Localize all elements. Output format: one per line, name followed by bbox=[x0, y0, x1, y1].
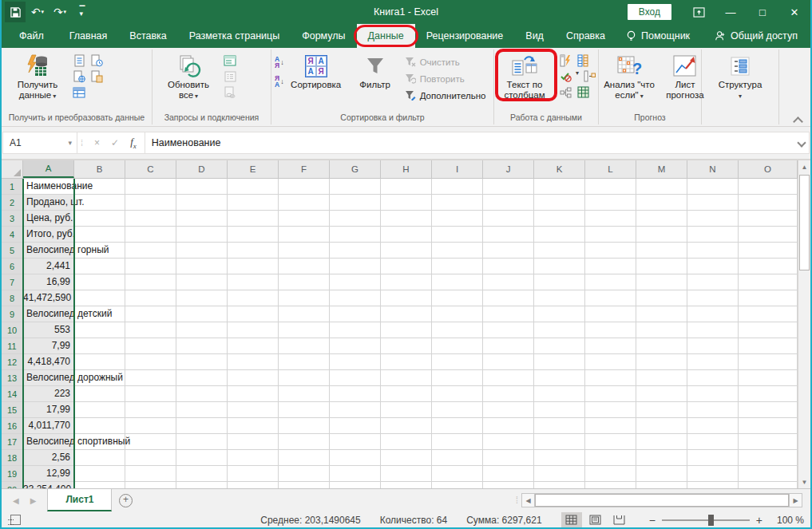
cell-A8[interactable]: 41,472,590 bbox=[23, 290, 74, 306]
cell-F10[interactable] bbox=[279, 322, 330, 338]
sign-in-button[interactable]: Вход bbox=[628, 4, 671, 20]
cell-H3[interactable] bbox=[381, 211, 432, 227]
cell-I2[interactable] bbox=[432, 195, 483, 211]
cell-H18[interactable] bbox=[381, 450, 432, 466]
cell-O13[interactable] bbox=[739, 370, 798, 386]
cell-J15[interactable] bbox=[483, 402, 534, 418]
cell-N5[interactable] bbox=[687, 243, 739, 259]
cell-J11[interactable] bbox=[483, 338, 534, 354]
sort-descending-button[interactable]: ЯА↓ bbox=[275, 75, 284, 88]
cell-A6[interactable]: 2,441 bbox=[23, 259, 74, 274]
cell-O17[interactable] bbox=[739, 434, 798, 450]
recent-sources-icon[interactable] bbox=[89, 53, 104, 67]
cell-E3[interactable] bbox=[228, 211, 279, 227]
cell-L15[interactable] bbox=[585, 402, 636, 418]
cell-C11[interactable] bbox=[125, 338, 176, 354]
cell-G1[interactable] bbox=[330, 179, 381, 195]
new-sheet-button[interactable]: + bbox=[112, 489, 139, 511]
cell-G2[interactable] bbox=[330, 195, 381, 211]
minimize-button[interactable]: — bbox=[715, 0, 747, 24]
cell-E9[interactable] bbox=[228, 306, 279, 322]
cell-G6[interactable] bbox=[330, 259, 381, 274]
cell-G9[interactable] bbox=[330, 306, 381, 322]
cell-L8[interactable] bbox=[585, 290, 636, 306]
cell-E6[interactable] bbox=[228, 259, 279, 274]
cell-D12[interactable] bbox=[176, 354, 228, 370]
vertical-scrollbar[interactable]: ▲ ▼ bbox=[798, 160, 810, 488]
cell-C7[interactable] bbox=[125, 274, 176, 290]
cell-H10[interactable] bbox=[381, 322, 432, 338]
maximize-button[interactable]: □ bbox=[747, 0, 778, 24]
cell-G5[interactable] bbox=[330, 243, 381, 259]
cell-D11[interactable] bbox=[176, 338, 228, 354]
cell-D19[interactable] bbox=[176, 466, 228, 482]
cell-J20[interactable] bbox=[483, 482, 534, 488]
cell-N3[interactable] bbox=[687, 211, 739, 227]
cell-K17[interactable] bbox=[534, 434, 585, 450]
cell-I7[interactable] bbox=[432, 274, 483, 290]
row-header-17[interactable]: 17 bbox=[2, 434, 23, 450]
cell-L3[interactable] bbox=[585, 211, 636, 227]
cell-N9[interactable] bbox=[687, 306, 739, 322]
cell-E19[interactable] bbox=[228, 466, 279, 482]
cell-B4[interactable] bbox=[74, 227, 125, 243]
scroll-up-button[interactable]: ▲ bbox=[798, 160, 810, 173]
cell-B19[interactable] bbox=[74, 466, 125, 482]
cell-B18[interactable] bbox=[74, 450, 125, 466]
cell-M16[interactable] bbox=[636, 418, 687, 434]
cell-A4[interactable]: Итого, руб. bbox=[23, 227, 74, 243]
cell-D18[interactable] bbox=[176, 450, 228, 466]
cell-E11[interactable] bbox=[228, 338, 279, 354]
cell-J2[interactable] bbox=[483, 195, 534, 211]
undo-dropdown-icon[interactable]: ▾ bbox=[42, 9, 45, 15]
reapply-filter-button[interactable]: Повторить bbox=[404, 71, 486, 86]
cell-L7[interactable] bbox=[585, 274, 636, 290]
cell-N19[interactable] bbox=[687, 466, 739, 482]
cell-C4[interactable] bbox=[125, 227, 176, 243]
cell-H17[interactable] bbox=[381, 434, 432, 450]
cell-N13[interactable] bbox=[687, 370, 739, 386]
cell-G3[interactable] bbox=[330, 211, 381, 227]
cell-I1[interactable] bbox=[432, 179, 483, 195]
text-to-columns-button[interactable]: Текст по столбцам bbox=[497, 51, 552, 101]
cell-N18[interactable] bbox=[687, 450, 739, 466]
cell-I10[interactable] bbox=[432, 322, 483, 338]
cell-J10[interactable] bbox=[483, 322, 534, 338]
column-header-C[interactable]: C bbox=[125, 160, 176, 178]
cell-K6[interactable] bbox=[534, 259, 585, 274]
cell-O18[interactable] bbox=[739, 450, 798, 466]
row-header-16[interactable]: 16 bbox=[2, 418, 23, 434]
assistant-tab[interactable]: Помощник bbox=[616, 24, 699, 48]
scroll-left-button[interactable]: ◀ bbox=[521, 493, 535, 507]
cell-H6[interactable] bbox=[381, 259, 432, 274]
cell-F5[interactable] bbox=[279, 243, 330, 259]
cell-G12[interactable] bbox=[330, 354, 381, 370]
cell-N10[interactable] bbox=[687, 322, 739, 338]
cell-J7[interactable] bbox=[483, 274, 534, 290]
save-button[interactable] bbox=[5, 2, 26, 22]
cell-B15[interactable] bbox=[74, 402, 125, 418]
cell-B11[interactable] bbox=[74, 338, 125, 354]
cell-M5[interactable] bbox=[636, 243, 687, 259]
cell-C10[interactable] bbox=[125, 322, 176, 338]
cell-K8[interactable] bbox=[534, 290, 585, 306]
tab-Файл[interactable]: Файл bbox=[5, 24, 58, 48]
cell-I3[interactable] bbox=[432, 211, 483, 227]
cell-C19[interactable] bbox=[125, 466, 176, 482]
cell-N20[interactable] bbox=[687, 482, 739, 488]
cell-H14[interactable] bbox=[381, 386, 432, 402]
cell-K14[interactable] bbox=[534, 386, 585, 402]
cell-I12[interactable] bbox=[432, 354, 483, 370]
cell-K11[interactable] bbox=[534, 338, 585, 354]
cell-F16[interactable] bbox=[279, 418, 330, 434]
cell-L17[interactable] bbox=[585, 434, 636, 450]
name-box-dropdown-icon[interactable]: ▾ bbox=[68, 139, 77, 147]
cell-G13[interactable] bbox=[330, 370, 381, 386]
cell-G7[interactable] bbox=[330, 274, 381, 290]
cell-H7[interactable] bbox=[381, 274, 432, 290]
column-header-G[interactable]: G bbox=[330, 160, 381, 178]
column-header-B[interactable]: B bbox=[74, 160, 125, 178]
cell-L9[interactable] bbox=[585, 306, 636, 322]
cell-I13[interactable] bbox=[432, 370, 483, 386]
enter-icon[interactable]: ✓ bbox=[111, 137, 119, 148]
